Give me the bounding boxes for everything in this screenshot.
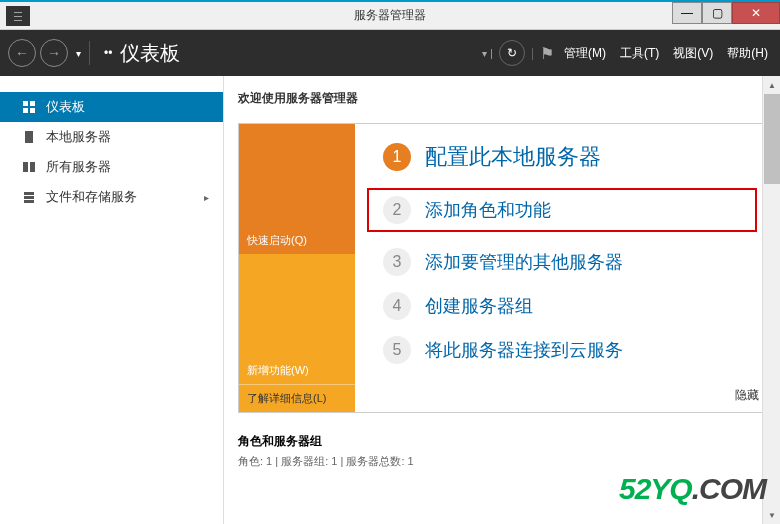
sidebar-item-file-storage[interactable]: 文件和存储服务 ▸ [0,182,223,212]
welcome-heading: 欢迎使用服务器管理器 [238,90,776,107]
svg-rect-0 [23,101,28,106]
menu-view[interactable]: 视图(V) [669,45,717,62]
svg-rect-3 [30,108,35,113]
roles-subtitle: 角色: 1 | 服务器组: 1 | 服务器总数: 1 [238,454,776,469]
tab-quick-start[interactable]: 快速启动(Q) [239,124,355,254]
dashboard-icon [22,100,36,114]
vertical-scrollbar[interactable]: ▲ ▼ [762,76,780,524]
back-button[interactable]: ← [8,39,36,67]
forward-button[interactable]: → [40,39,68,67]
svg-rect-8 [24,196,34,199]
step-3[interactable]: 3 添加要管理的其他服务器 [383,248,757,276]
window-controls: — ▢ ✕ [672,2,780,30]
step-number: 2 [383,196,411,224]
window-title: 服务器管理器 [354,7,426,24]
menu-tools[interactable]: 工具(T) [616,45,663,62]
sidebar-item-dashboard[interactable]: 仪表板 [0,92,223,122]
svg-rect-2 [23,108,28,113]
step-number: 1 [383,143,411,171]
scroll-down-icon[interactable]: ▼ [764,507,780,523]
chevron-right-icon: ▸ [204,192,209,203]
separator [89,41,90,65]
step-4[interactable]: 4 创建服务器组 [383,292,757,320]
server-icon [22,130,36,144]
scroll-up-icon[interactable]: ▲ [764,77,780,93]
notifications-icon[interactable]: ⚑ [540,44,554,63]
storage-icon [22,190,36,204]
content-area: 仪表板 本地服务器 所有服务器 文件和存储服务 ▸ 欢迎使用服务器管理器 快速启… [0,76,780,524]
minimize-button[interactable]: — [672,2,702,24]
step-label: 配置此本地服务器 [425,142,601,172]
step-label: 将此服务器连接到云服务 [425,338,623,362]
menu-help[interactable]: 帮助(H) [723,45,772,62]
servers-icon [22,160,36,174]
sidebar-item-label: 仪表板 [46,98,85,116]
page-title: 仪表板 [120,40,180,67]
step-1[interactable]: 1 配置此本地服务器 [383,142,757,172]
navbar: ← → ▾ •• 仪表板 ▾ | ↻ | ⚑ 管理(M) 工具(T) 视图(V)… [0,30,780,76]
svg-rect-1 [30,101,35,106]
maximize-button[interactable]: ▢ [702,2,732,24]
step-label: 添加要管理的其他服务器 [425,250,623,274]
svg-rect-7 [24,192,34,195]
dropdown-icon[interactable]: ▾ [76,48,81,59]
close-button[interactable]: ✕ [732,2,780,24]
tab-learn-more[interactable]: 了解详细信息(L) [239,384,355,412]
roles-title: 角色和服务器组 [238,433,776,450]
scroll-thumb[interactable] [764,94,780,184]
svg-rect-4 [25,131,33,143]
step-number: 5 [383,336,411,364]
step-2-highlighted[interactable]: 2 添加角色和功能 [367,188,757,232]
sidebar-item-label: 所有服务器 [46,158,111,176]
panel-right-steps: 1 配置此本地服务器 2 添加角色和功能 3 添加要管理的其他服务器 4 创建服… [355,124,775,412]
step-number: 4 [383,292,411,320]
step-label: 创建服务器组 [425,294,533,318]
breadcrumb-prefix: •• [104,46,112,60]
step-5[interactable]: 5 将此服务器连接到云服务 [383,336,757,364]
svg-rect-5 [23,162,28,172]
sidebar-item-label: 文件和存储服务 [46,188,137,206]
sidebar-item-all-servers[interactable]: 所有服务器 [0,152,223,182]
refresh-button[interactable]: ↻ [499,40,525,66]
menu-manage[interactable]: 管理(M) [560,45,610,62]
dropdown-icon[interactable]: ▾ | [482,48,492,59]
tab-whats-new[interactable]: 新增功能(W) [239,254,355,384]
hide-link[interactable]: 隐藏 [735,387,759,404]
sidebar-item-local-server[interactable]: 本地服务器 [0,122,223,152]
step-label: 添加角色和功能 [425,198,551,222]
sidebar-item-label: 本地服务器 [46,128,111,146]
panel-left-tabs: 快速启动(Q) 新增功能(W) 了解详细信息(L) [239,124,355,412]
step-number: 3 [383,248,411,276]
svg-rect-6 [30,162,35,172]
watermark: 52YQ.COM [619,472,766,506]
main-panel: 欢迎使用服务器管理器 快速启动(Q) 新增功能(W) 了解详细信息(L) 1 配… [224,76,780,524]
app-icon: ——— [6,6,30,26]
quickstart-panel: 快速启动(Q) 新增功能(W) 了解详细信息(L) 1 配置此本地服务器 2 添… [238,123,776,413]
titlebar: ——— 服务器管理器 — ▢ ✕ [0,0,780,30]
sidebar: 仪表板 本地服务器 所有服务器 文件和存储服务 ▸ [0,76,224,524]
svg-rect-9 [24,200,34,203]
roles-section: 角色和服务器组 角色: 1 | 服务器组: 1 | 服务器总数: 1 [238,433,776,469]
